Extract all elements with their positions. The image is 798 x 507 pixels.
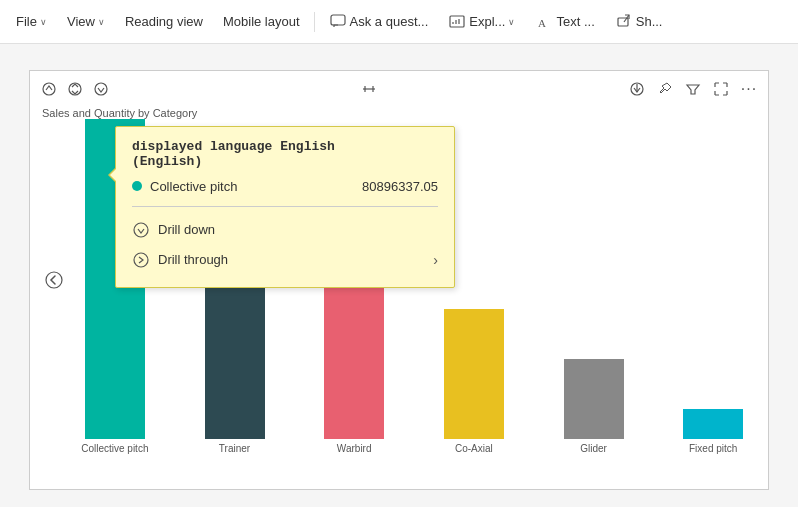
svg-rect-0 — [331, 15, 345, 25]
drill-down-label: Drill down — [158, 222, 215, 237]
explore-icon — [448, 13, 466, 31]
menu-mobile-layout[interactable]: Mobile layout — [215, 10, 308, 33]
text-format-icon: A — [535, 13, 553, 31]
svg-point-18 — [134, 253, 148, 267]
bar-label-glider: Glider — [580, 443, 607, 454]
menu-explore[interactable]: Expl... ∨ — [440, 9, 523, 35]
drill-down-button[interactable] — [90, 78, 112, 100]
pin-button[interactable] — [654, 78, 676, 100]
bar-label-trainer: Trainer — [219, 443, 250, 454]
menu-text[interactable]: A Text ... — [527, 9, 602, 35]
filter-button[interactable] — [682, 78, 704, 100]
bar-label-collective-pitch: Collective pitch — [81, 443, 148, 454]
bar-group-coaxial: Co-Axial — [429, 309, 519, 454]
bar-label-coaxial: Co-Axial — [455, 443, 493, 454]
tooltip-value-label: Collective pitch — [150, 179, 354, 194]
svg-text:A: A — [538, 17, 546, 29]
menu-file[interactable]: File ∨ — [8, 10, 55, 33]
download-button[interactable] — [626, 78, 648, 100]
tooltip-divider — [132, 206, 438, 207]
fullscreen-button[interactable] — [710, 78, 732, 100]
svg-point-8 — [43, 83, 55, 95]
chart-tooltip: displayed language English (English) Col… — [115, 126, 455, 288]
back-button[interactable] — [40, 266, 68, 294]
toolbar-left — [38, 78, 112, 100]
bar-label-fixed-pitch: Fixed pitch — [689, 443, 737, 454]
bar-fixed-pitch[interactable] — [683, 409, 743, 439]
bar-group-glider: Glider — [549, 359, 639, 454]
toolbar-right: ··· — [626, 78, 760, 100]
drill-down-circle-icon — [132, 221, 150, 239]
bar-coaxial[interactable] — [444, 309, 504, 439]
svg-point-17 — [134, 223, 148, 237]
bar-warbird[interactable] — [324, 264, 384, 439]
svg-point-16 — [46, 272, 62, 288]
chevron-down-icon: ∨ — [98, 17, 105, 27]
visual-toolbar: ··· — [30, 71, 768, 107]
tooltip-dot — [132, 181, 142, 191]
drill-through-label: Drill through — [158, 252, 228, 267]
bar-glider[interactable] — [564, 359, 624, 439]
visual-container: ··· Sales and Quantity by Category Colle… — [29, 70, 769, 490]
chevron-right-icon: › — [433, 252, 438, 268]
tooltip-title: displayed language English (English) — [132, 139, 438, 169]
bar-group-fixed-pitch: Fixed pitch — [668, 409, 758, 454]
tooltip-value-row: Collective pitch 80896337.05 — [132, 179, 438, 194]
menu-separator — [314, 12, 315, 32]
drill-through-circle-icon — [132, 251, 150, 269]
menu-bar: File ∨ View ∨ Reading view Mobile layout… — [0, 0, 798, 44]
tooltip-drill-down[interactable]: Drill down — [132, 215, 438, 245]
bar-group-warbird: Warbird — [309, 264, 399, 454]
svg-point-10 — [95, 83, 107, 95]
drill-up-button[interactable] — [38, 78, 60, 100]
main-area: ··· Sales and Quantity by Category Colle… — [0, 44, 798, 507]
menu-reading-view[interactable]: Reading view — [117, 10, 211, 33]
menu-view[interactable]: View ∨ — [59, 10, 113, 33]
menu-ask-question[interactable]: Ask a quest... — [321, 9, 437, 35]
share-icon — [615, 13, 633, 31]
chevron-down-icon: ∨ — [508, 17, 515, 27]
tooltip-value: 80896337.05 — [362, 179, 438, 194]
chat-icon — [329, 13, 347, 31]
chevron-down-icon: ∨ — [40, 17, 47, 27]
more-options-button[interactable]: ··· — [738, 78, 760, 100]
menu-share[interactable]: Sh... — [607, 9, 671, 35]
bar-label-warbird: Warbird — [337, 443, 372, 454]
svg-rect-1 — [450, 16, 464, 27]
tooltip-drill-through[interactable]: Drill through › — [132, 245, 438, 275]
expand-button[interactable] — [358, 78, 380, 100]
visual-title: Sales and Quantity by Category — [42, 107, 197, 119]
drill-both-button[interactable] — [64, 78, 86, 100]
